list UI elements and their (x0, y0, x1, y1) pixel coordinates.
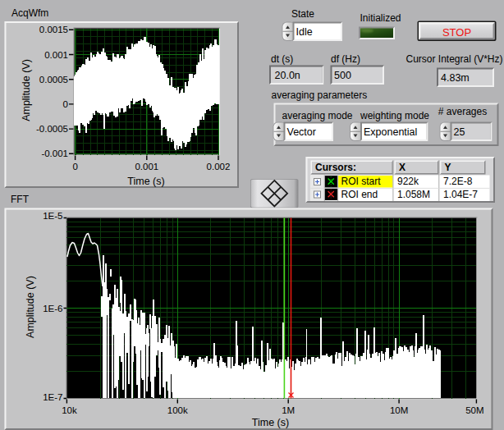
svg-text:STOP: STOP (442, 26, 471, 39)
svg-text:500: 500 (334, 70, 351, 81)
svg-text:Cursors:: Cursors: (315, 162, 356, 173)
svg-text:State: State (291, 8, 314, 20)
svg-text:averaging mode: averaging mode (282, 110, 352, 121)
svg-text:0: 0 (63, 99, 68, 109)
svg-text:Amplitude (V): Amplitude (V) (21, 59, 32, 121)
svg-text:FFT: FFT (11, 194, 30, 205)
svg-text:Cursor Integral (V*Hz): Cursor Integral (V*Hz) (405, 53, 502, 65)
svg-text:# averages: # averages (438, 106, 487, 117)
svg-text:Initialized: Initialized (360, 12, 401, 24)
svg-text:df (Hz): df (Hz) (331, 53, 360, 65)
svg-text:25: 25 (454, 126, 465, 138)
svg-text:100k: 100k (167, 405, 188, 415)
svg-text:Exponential: Exponential (364, 126, 417, 138)
svg-text:-0.001: -0.001 (41, 149, 68, 158)
svg-text:dt (s): dt (s) (271, 53, 293, 65)
svg-text:ROI start: ROI start (341, 176, 382, 187)
svg-text:1.04E-7: 1.04E-7 (443, 189, 478, 200)
svg-text:0.0005: 0.0005 (39, 75, 68, 85)
svg-text:10k: 10k (62, 405, 77, 415)
svg-text:Time (s): Time (s) (127, 176, 164, 187)
svg-text:0.001: 0.001 (135, 162, 158, 172)
svg-text:ROI end: ROI end (341, 189, 378, 200)
svg-text:0.002: 0.002 (207, 162, 231, 172)
svg-text:1M: 1M (282, 405, 295, 415)
svg-text:1.058M: 1.058M (397, 189, 430, 200)
svg-text:50M: 50M (465, 405, 483, 415)
svg-text:4.83m: 4.83m (441, 72, 470, 84)
svg-text:922k: 922k (397, 176, 419, 187)
svg-text:averaging parameters: averaging parameters (272, 89, 368, 101)
svg-text:10M: 10M (390, 405, 408, 415)
svg-text:1E-7: 1E-7 (43, 392, 62, 402)
svg-text:X: X (399, 162, 405, 173)
svg-text:-0.0005: -0.0005 (36, 124, 68, 134)
svg-text:Idle: Idle (296, 26, 313, 38)
svg-text:Time (s): Time (s) (252, 417, 289, 428)
svg-text:7.2E-8: 7.2E-8 (443, 176, 473, 187)
svg-text:20.0n: 20.0n (275, 70, 300, 81)
svg-text:Vector: Vector (287, 126, 316, 138)
svg-text:Y: Y (445, 162, 451, 173)
svg-text:0: 0 (72, 162, 77, 172)
svg-text:1E-6: 1E-6 (43, 304, 62, 313)
svg-text:0.001: 0.001 (44, 50, 68, 60)
svg-text:AcqWfm: AcqWfm (11, 7, 48, 19)
svg-text:Amplitude (V): Amplitude (V) (25, 276, 36, 338)
svg-text:1E-5: 1E-5 (43, 211, 62, 221)
svg-text:0.0015: 0.0015 (39, 25, 68, 34)
svg-text:weighting mode: weighting mode (360, 110, 429, 121)
